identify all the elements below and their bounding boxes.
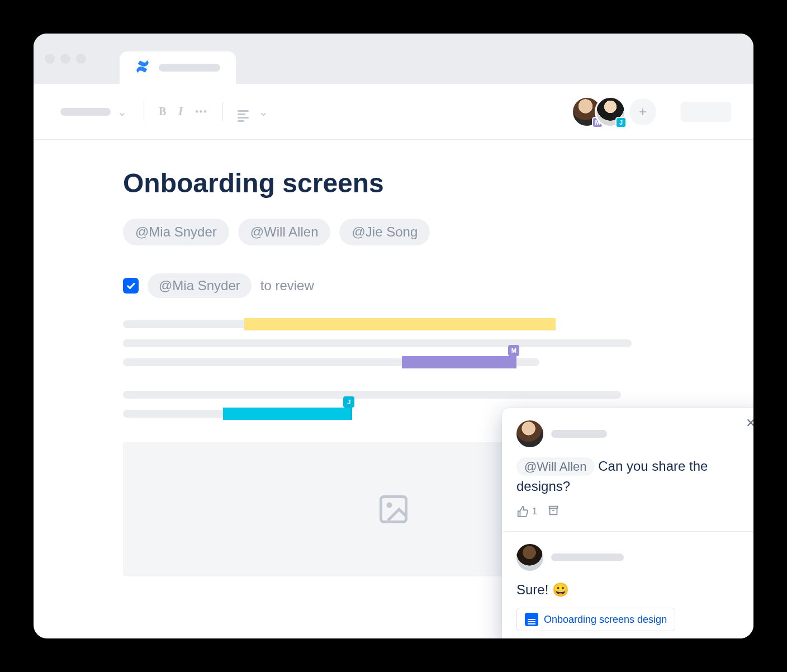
- svg-rect-3: [549, 508, 557, 514]
- thumbs-up-icon: [516, 505, 529, 518]
- traffic-light-zoom[interactable]: [76, 54, 86, 64]
- like-button[interactable]: 1: [516, 505, 537, 518]
- check-icon: [126, 281, 136, 291]
- archive-icon: [547, 504, 560, 517]
- align-left-icon: [238, 110, 249, 122]
- task-text: to review: [260, 278, 314, 294]
- browser-tab[interactable]: [120, 51, 236, 84]
- attachment-label: Onboarding screens design: [544, 614, 667, 626]
- mention-chip[interactable]: @Mia Snyder: [148, 273, 252, 298]
- attachment-link[interactable]: Onboarding screens design: [516, 608, 675, 631]
- editor-toolbar: ⌄ B I ••• ⌄ M J +: [34, 84, 753, 140]
- confluence-icon: [135, 59, 150, 76]
- traffic-light-close[interactable]: [45, 54, 55, 64]
- tab-title: [159, 64, 220, 72]
- page-title[interactable]: Onboarding screens: [123, 168, 664, 198]
- task-checkbox[interactable]: [123, 278, 139, 294]
- comment-body: Sure! 😀: [516, 580, 750, 600]
- svg-point-1: [387, 503, 392, 508]
- mention-chip[interactable]: @Will Allen: [238, 219, 331, 245]
- avatar[interactable]: [516, 544, 543, 571]
- window-controls[interactable]: [45, 54, 86, 64]
- avatar[interactable]: [516, 420, 543, 447]
- collaborator-badge: J: [615, 117, 627, 128]
- titlebar: [34, 34, 753, 84]
- app-window: ⌄ B I ••• ⌄ M J + Onboarding screens @Mi…: [34, 34, 753, 638]
- italic-button[interactable]: I: [176, 103, 185, 120]
- collaborator-avatar[interactable]: J: [595, 96, 626, 127]
- collab-cursor-flag: M: [508, 345, 519, 356]
- svg-rect-0: [381, 497, 406, 522]
- chevron-down-icon: ⌄: [117, 105, 127, 119]
- task-item[interactable]: @Mia Snyder to review: [123, 273, 664, 298]
- mention-chip[interactable]: @Will Allen: [516, 457, 595, 476]
- bold-button[interactable]: B: [157, 103, 168, 120]
- toolbar-divider: [144, 102, 144, 121]
- primary-action-button[interactable]: [681, 102, 731, 122]
- paragraph-placeholder[interactable]: M: [123, 320, 664, 366]
- document-body[interactable]: Onboarding screens @Mia Snyder @Will All…: [34, 140, 753, 576]
- collab-cursor-flag: J: [343, 396, 354, 408]
- close-icon[interactable]: ✕: [746, 416, 753, 430]
- comment-thread-item: Sure! 😀 Onboarding screens design: [502, 531, 753, 638]
- comment-thread-item: @Will Allen Can you share the designs? 1: [502, 408, 753, 531]
- add-collaborator-button[interactable]: +: [629, 98, 656, 125]
- page-icon: [525, 613, 538, 626]
- like-count: 1: [532, 507, 537, 517]
- traffic-light-minimize[interactable]: [60, 54, 70, 64]
- comment-body: @Will Allen Can you share the designs?: [516, 456, 750, 496]
- mention-chip[interactable]: @Mia Snyder: [123, 219, 229, 245]
- chevron-down-icon: ⌄: [259, 105, 268, 119]
- mentions-row: @Mia Snyder @Will Allen @Jie Song: [123, 219, 664, 245]
- mention-chip[interactable]: @Jie Song: [339, 219, 430, 245]
- commenter-name: [551, 553, 624, 561]
- collaborator-avatars: M J +: [571, 96, 656, 127]
- toolbar-divider: [222, 102, 223, 121]
- image-icon: [377, 493, 410, 526]
- text-style-dropdown[interactable]: ⌄: [56, 102, 131, 122]
- more-formatting-button[interactable]: •••: [193, 105, 210, 119]
- commenter-name: [551, 430, 607, 438]
- align-button[interactable]: [235, 100, 251, 124]
- comment-text: Sure! 😀: [516, 582, 569, 597]
- resolve-button[interactable]: [547, 504, 560, 519]
- comment-popover: ✕ @Will Allen Can you share the designs?…: [502, 408, 753, 638]
